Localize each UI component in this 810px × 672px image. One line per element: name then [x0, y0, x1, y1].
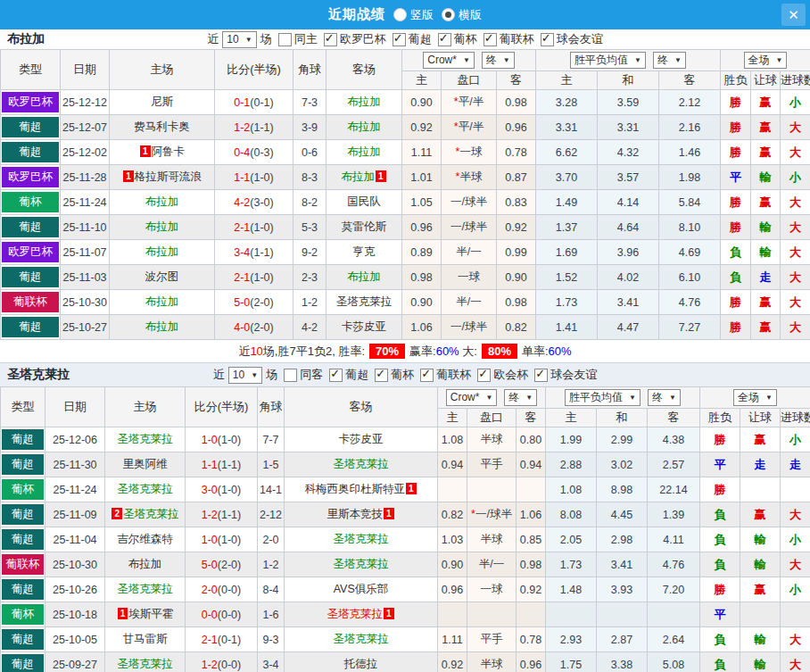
away-team-cell: 圣塔克莱拉 [326, 290, 402, 315]
table-row: 葡杯25-10-181埃斯平霍0-0(0-0)1-6圣塔克莱拉1平 [1, 602, 810, 627]
final-odds-select[interactable]: 终▼ [653, 52, 686, 69]
handicap-cell: 平手 [467, 627, 517, 652]
corner-cell: 3-4 [258, 652, 285, 672]
league-filter-checkbox-label[interactable]: 葡杯 [391, 367, 414, 383]
score-cell: 5-0(2-0) [186, 552, 258, 577]
avg-home-cell: 1.08 [546, 477, 597, 502]
results-table: 类型日期主场比分(半场)角球客场Crow*▼终▼胜平负均值▼终▼全场▼主盘口客主… [0, 386, 810, 672]
away-team-cell: 圣塔克莱拉 [285, 527, 438, 552]
league-filter-checkbox-label[interactable]: 葡超 [345, 367, 368, 383]
league-filter-checkbox-label[interactable]: 球会友谊 [550, 367, 597, 383]
score-cell: 1-0(1-0) [186, 427, 258, 452]
goals-result-cell: 小 [781, 427, 810, 452]
goals-result-cell: 大 [781, 115, 810, 140]
league-filter-checkbox[interactable] [477, 369, 491, 382]
chevron-down-icon: ▼ [669, 394, 676, 402]
league-filter-checkbox-label[interactable]: 葡联杯 [436, 367, 471, 383]
layout-radio-vertical-label[interactable]: 竖版 [410, 7, 434, 23]
avg-draw-cell: 3.02 [597, 452, 648, 477]
avg-home-cell [546, 602, 597, 627]
result-cell: 平 [700, 602, 740, 627]
league-filter-checkbox[interactable] [324, 33, 337, 46]
league-filter-checkbox[interactable] [541, 33, 554, 46]
close-button[interactable]: ✕ [781, 4, 806, 26]
result-cell: 勝 [721, 115, 751, 140]
odds-company-select[interactable]: Crow*▼ [423, 52, 475, 69]
column-header: 让球 [740, 409, 781, 427]
same-venue-checkbox-label[interactable]: 同客 [300, 367, 323, 383]
corner-cell: 3-9 [293, 115, 326, 140]
home-team-cell: 费马利卡奥 [110, 115, 215, 140]
league-filter-checkbox-label[interactable]: 欧罗巴杯 [340, 31, 386, 47]
same-venue-checkbox[interactable] [284, 369, 297, 382]
avg-away-cell: 2.64 [648, 627, 700, 652]
league-type-cell: 葡杯 [1, 477, 45, 502]
final-odds-select[interactable]: 终▼ [482, 52, 515, 69]
table-row: 葡超25-10-26圣塔克莱拉2-0(0-0)8-4AVS俱乐部0.96一球0.… [1, 577, 810, 602]
handicap-cell: 半/一 [442, 240, 497, 265]
same-venue-checkbox[interactable] [278, 33, 292, 46]
avg-odds-select[interactable]: 胜平负均值▼ [570, 52, 646, 69]
league-type-cell: 欧罗巴杯 [1, 240, 61, 265]
avg-odds-select[interactable]: 胜平负均值▼ [565, 389, 641, 406]
home-odds-cell: 0.82 [438, 502, 467, 527]
home-team-cell: 1阿鲁卡 [110, 140, 215, 165]
final-odds-select[interactable]: 终▼ [504, 389, 537, 406]
league-filter-checkbox[interactable] [534, 369, 548, 382]
away-odds-cell: 0.85 [517, 527, 546, 552]
away-team-cell: 圣塔克莱拉 [285, 627, 438, 652]
corner-cell: 1-5 [258, 452, 285, 477]
red-card-badge: 1 [376, 170, 386, 182]
handicap-result-cell: 輸 [751, 165, 781, 190]
away-odds-cell: 0.98 [497, 90, 536, 115]
league-filter-checkbox-label[interactable]: 球会友谊 [557, 31, 603, 47]
matches-label: 场 [266, 367, 277, 383]
league-filter-checkbox[interactable] [393, 33, 406, 46]
league-filter-checkbox-label[interactable]: 葡联杯 [500, 31, 534, 47]
avg-away-cell: 2.57 [648, 452, 700, 477]
league-badge: 葡超 [2, 454, 44, 475]
period-select[interactable]: 全场▼ [733, 389, 777, 406]
league-type-cell: 葡超 [1, 315, 61, 340]
same-venue-checkbox-label[interactable]: 同主 [294, 31, 318, 47]
result-cell: 平 [721, 165, 751, 190]
home-team-cell: 吉尔维森特 [105, 527, 186, 552]
avg-away-cell: 2.12 [659, 90, 721, 115]
league-filter-checkbox[interactable] [375, 369, 388, 382]
column-header: 日期 [61, 50, 110, 90]
league-filter-checkbox-label[interactable]: 葡超 [409, 31, 432, 47]
summary-bar: 近10场,胜7平1负2, 胜率:70%赢率:60% 大:80%单率:60% [0, 340, 810, 362]
handicap-cell: 一/球半 [442, 190, 497, 215]
corner-cell: 9-3 [258, 627, 285, 652]
date-cell: 25-11-28 [61, 165, 110, 190]
odds-group-header: Crow*▼终▼ [402, 50, 536, 71]
league-filter-checkbox-label[interactable]: 葡杯 [454, 31, 477, 47]
final-odds-select[interactable]: 终▼ [648, 389, 681, 406]
layout-radio-horizontal[interactable] [442, 8, 455, 21]
avg-away-cell: 4.76 [648, 552, 700, 577]
away-odds-cell: 0.90 [497, 265, 536, 290]
league-filter-checkbox[interactable] [420, 369, 434, 382]
layout-radio-vertical[interactable] [393, 8, 407, 21]
match-count-select[interactable]: 10▼ [222, 31, 256, 48]
avg-draw-cell: 3.38 [597, 652, 648, 672]
avg-home-cell: 2.88 [546, 452, 597, 477]
league-filter-checkbox[interactable] [329, 369, 343, 382]
column-header: 主 [438, 409, 467, 427]
results-table: 类型日期主场比分(半场)角球客场Crow*▼终▼胜平负均值▼终▼全场▼主盘口客主… [0, 49, 810, 340]
handicap-cell: *平/半 [442, 90, 497, 115]
chevron-down-icon: ▼ [525, 394, 533, 402]
match-count-select[interactable]: 10▼ [228, 367, 262, 384]
score-cell: 5-0(2-0) [215, 290, 293, 315]
league-filter-checkbox-label[interactable]: 欧会杯 [493, 367, 528, 383]
handicap-result-cell: 赢 [751, 115, 781, 140]
avg-away-cell: 1.98 [659, 165, 721, 190]
layout-radio-horizontal-label[interactable]: 横版 [459, 7, 482, 23]
avg-away-cell: 6.10 [659, 265, 721, 290]
league-filter-checkbox[interactable] [484, 33, 497, 46]
away-team-cell: AVS俱乐部 [285, 577, 438, 602]
period-select[interactable]: 全场▼ [744, 52, 788, 69]
avg-home-cell: 1.69 [536, 240, 598, 265]
league-filter-checkbox[interactable] [438, 33, 451, 46]
odds-company-select[interactable]: Crow*▼ [446, 389, 498, 406]
